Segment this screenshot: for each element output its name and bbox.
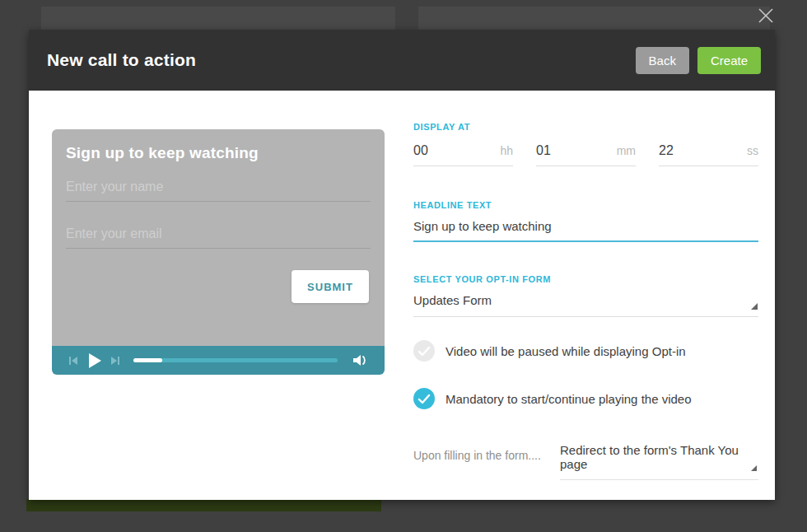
pause-video-checkbox[interactable]: Video will be paused while displaying Op… [413, 340, 686, 362]
preview-headline: Sign up to keep watching [66, 144, 259, 162]
play-icon[interactable] [87, 352, 102, 369]
upon-filling-value: Redirect to the form's Thank You page [560, 443, 739, 471]
mandatory-label: Mandatory to start/continue playing the … [445, 392, 692, 406]
background-card-right [418, 7, 770, 31]
background-green-bar [26, 499, 381, 511]
hours-field[interactable]: 00 hh [413, 143, 513, 166]
display-at-fields: 00 hh 01 mm 22 ss [413, 143, 758, 166]
optin-form-value: Updates Form [413, 293, 492, 307]
close-icon[interactable] [756, 6, 776, 26]
preview-submit-button[interactable]: SUBMIT [292, 270, 369, 303]
seconds-field[interactable]: 22 ss [659, 143, 758, 166]
dropdown-caret-icon [751, 303, 758, 310]
seconds-unit: ss [747, 144, 758, 157]
skip-previous-icon[interactable] [68, 356, 79, 366]
optin-preview-card: Sign up to keep watching Enter your name… [52, 129, 385, 346]
modal-body: Sign up to keep watching Enter your name… [29, 91, 775, 500]
create-button[interactable]: Create [697, 47, 761, 74]
background-card-left [41, 7, 395, 31]
cta-form: DISPLAY AT 00 hh 01 mm 22 ss HEADLINE TE… [413, 91, 758, 500]
display-at-label: DISPLAY AT [413, 122, 470, 132]
minutes-field[interactable]: 01 mm [536, 143, 636, 166]
optin-form-select[interactable]: Updates Form [413, 293, 758, 317]
video-player-bar [52, 346, 385, 375]
page-title: New call to action [47, 50, 196, 70]
volume-icon[interactable] [352, 353, 370, 367]
modal-header: New call to action Back Create [29, 30, 775, 91]
progress-bar[interactable] [133, 358, 338, 362]
preview-name-input[interactable]: Enter your name [66, 180, 371, 202]
checkbox-circle [413, 340, 435, 362]
back-button[interactable]: Back [636, 47, 689, 74]
hours-value: 00 [413, 143, 428, 158]
upon-filling-row: Upon filling in the form.... Redirect to… [413, 443, 758, 469]
upon-filling-label: Upon filling in the form.... [413, 449, 541, 462]
headline-text-label: HEADLINE TEXT [413, 200, 492, 210]
new-call-to-action-modal: New call to action Back Create Sign up t… [29, 30, 775, 500]
minutes-unit: mm [617, 144, 636, 157]
pause-video-label: Video will be paused while displaying Op… [445, 344, 686, 358]
progress-fill [133, 358, 162, 362]
video-preview: Sign up to keep watching Enter your name… [52, 129, 385, 375]
upon-filling-select[interactable]: Redirect to the form's Thank You page [560, 443, 758, 480]
dropdown-caret-icon [751, 465, 757, 471]
skip-next-icon[interactable] [110, 356, 120, 366]
seconds-value: 22 [659, 143, 674, 158]
minutes-value: 01 [536, 143, 551, 158]
preview-email-input[interactable]: Enter your email [66, 226, 371, 249]
checkbox-circle [413, 388, 435, 409]
hours-unit: hh [500, 144, 513, 157]
optin-form-label: SELECT YOUR OPT-IN FORM [413, 274, 551, 284]
mandatory-checkbox[interactable]: Mandatory to start/continue playing the … [413, 388, 692, 409]
headline-text-input[interactable]: Sign up to keep watching [413, 219, 758, 242]
